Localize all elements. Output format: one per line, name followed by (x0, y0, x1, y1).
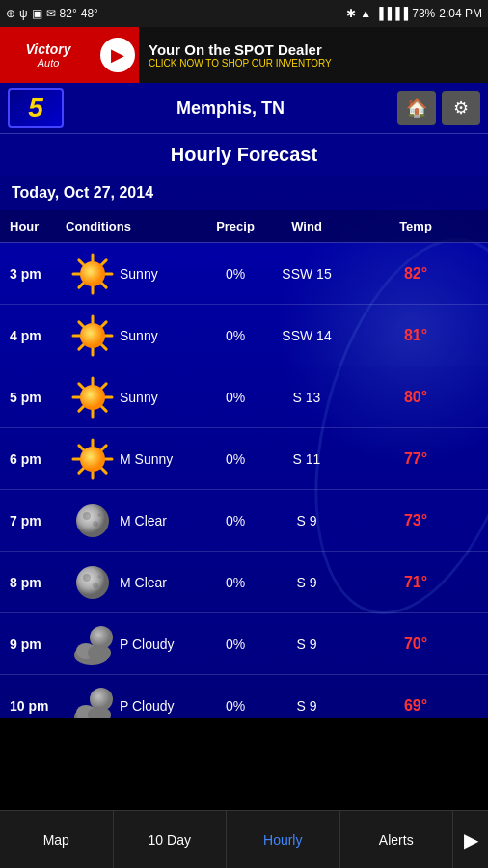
row-condition: P Cloudy (120, 637, 201, 652)
add-status-icon: ⊕ (6, 7, 15, 20)
nav-item-map[interactable]: Map (0, 811, 114, 869)
moon-icon (72, 562, 113, 603)
nav-next-arrow[interactable]: ▶ (453, 811, 488, 869)
col-header-precip: Precip (201, 219, 270, 233)
svg-line-14 (79, 344, 84, 349)
svg-line-28 (101, 445, 106, 449)
sun-icon (70, 437, 115, 481)
mail-status-icon: ✉ (46, 7, 56, 20)
col-header-hour: Hour (0, 219, 66, 233)
row-temp: 69° (343, 697, 488, 715)
nav-item-alerts[interactable]: Alerts (340, 811, 454, 869)
ad-banner[interactable]: Victory Auto ▶ Your On the SPOT Dealer C… (0, 27, 488, 83)
row-icon-cell (66, 313, 120, 358)
channel-logo: 5 (8, 88, 64, 128)
row-condition: P Cloudy (120, 698, 201, 714)
row-icon-cell (66, 686, 120, 719)
svg-line-34 (79, 445, 84, 449)
cloudy-moon-icon (70, 686, 115, 719)
ad-text-block: Your On the SPOT Dealer CLICK NOW TO SHO… (139, 36, 488, 74)
time-display: 2:04 PM (439, 7, 482, 20)
table-row: 3 pm Sunny 0% SSW 15 82° (0, 243, 488, 305)
svg-line-3 (101, 283, 106, 287)
row-precip: 0% (201, 575, 270, 590)
svg-line-30 (101, 468, 106, 473)
row-wind: S 9 (270, 513, 343, 529)
svg-line-10 (101, 321, 106, 326)
row-temp: 80° (343, 389, 488, 406)
row-wind: SSW 15 (270, 266, 343, 282)
row-condition: M Clear (120, 513, 201, 529)
ad-victory-text: Victory (26, 41, 71, 57)
svg-point-8 (80, 261, 105, 286)
sun-icon (70, 375, 115, 420)
svg-point-17 (80, 323, 105, 348)
ad-sub-text: CLICK NOW TO SHOP OUR INVENTORY (149, 58, 478, 68)
row-condition: Sunny (120, 390, 201, 405)
bluetooth-icon: ✱ (346, 7, 356, 20)
svg-line-1 (101, 259, 106, 264)
svg-point-47 (88, 645, 111, 661)
status-right-icons: ✱ ▲ ▐▐▐▐ 73% 2:04 PM (346, 7, 482, 20)
row-hour: 3 pm (0, 266, 66, 282)
channel-number: 5 (28, 95, 43, 122)
row-icon-cell (66, 375, 120, 420)
row-condition: Sunny (120, 328, 201, 343)
row-wind: S 9 (270, 575, 343, 590)
row-temp: 82° (343, 265, 488, 283)
nav-item-hourly[interactable]: Hourly (227, 811, 340, 869)
svg-point-35 (80, 447, 105, 472)
svg-line-5 (79, 283, 84, 287)
row-wind: S 11 (270, 451, 343, 467)
app-header: 5 Memphis, TN 🏠 ⚙ (0, 83, 488, 133)
signal-icon: ▐▐▐▐ (375, 7, 408, 20)
row-temp: 73° (343, 512, 488, 529)
row-wind: S 9 (270, 637, 343, 652)
table-row: 6 pm M Sunny 0% S 11 77° (0, 428, 488, 490)
col-header-wind: Wind (270, 219, 343, 233)
row-temp: 70° (343, 636, 488, 653)
svg-line-21 (101, 406, 106, 411)
row-icon-cell (66, 624, 120, 665)
row-precip: 0% (201, 637, 270, 652)
page-title-bar: Hourly Forecast (0, 133, 488, 176)
battery-icon: 73% (412, 7, 435, 20)
row-precip: 0% (201, 390, 270, 405)
settings-button[interactable]: ⚙ (442, 91, 480, 125)
row-temp: 71° (343, 574, 488, 591)
table-row: 4 pm Sunny 0% SSW 14 81° (0, 305, 488, 366)
row-hour: 5 pm (0, 390, 66, 405)
home-button[interactable]: 🏠 (397, 91, 436, 125)
row-precip: 0% (201, 451, 270, 467)
row-wind: SSW 14 (270, 328, 343, 343)
svg-line-7 (79, 259, 84, 264)
date-text: Today, Oct 27, 2014 (12, 184, 153, 202)
svg-point-40 (76, 566, 109, 599)
ad-logo: Victory Auto (0, 27, 96, 83)
svg-point-39 (97, 513, 101, 517)
svg-point-41 (83, 574, 91, 582)
svg-point-26 (80, 385, 105, 410)
svg-point-38 (93, 521, 98, 527)
row-icon-cell (66, 501, 120, 541)
svg-point-42 (93, 583, 98, 588)
svg-point-37 (83, 512, 91, 520)
row-condition: M Sunny (120, 451, 201, 467)
row-wind: S 9 (270, 698, 343, 714)
wifi-icon: ▲ (360, 7, 371, 20)
nav-items: Map10 DayHourlyAlerts (0, 811, 453, 869)
weather-content: Today, Oct 27, 2014 Hour Conditions Prec… (0, 176, 488, 718)
svg-line-25 (79, 383, 84, 388)
sun-icon (70, 252, 115, 296)
nav-item-10-day[interactable]: 10 Day (114, 811, 228, 869)
moon-icon (72, 501, 113, 541)
location-text: Memphis, TN (176, 98, 285, 119)
row-icon-cell (66, 437, 120, 481)
svg-line-23 (79, 406, 84, 411)
row-precip: 0% (201, 266, 270, 282)
row-hour: 10 pm (0, 698, 66, 714)
table-row: 5 pm Sunny 0% S 13 80° (0, 366, 488, 428)
row-temp: 81° (343, 327, 488, 344)
battery-temp: 82° (60, 7, 77, 20)
row-hour: 6 pm (0, 451, 66, 467)
